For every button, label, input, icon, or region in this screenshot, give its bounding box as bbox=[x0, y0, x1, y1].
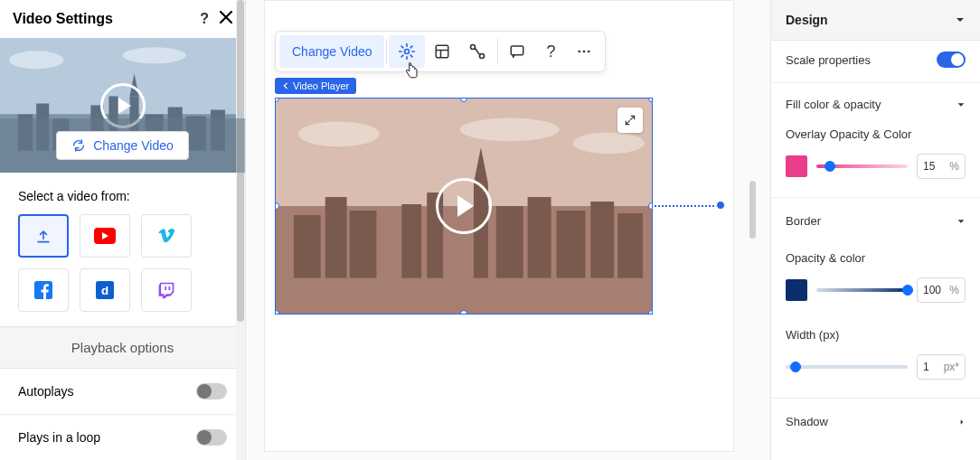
scale-properties-label: Scale properties bbox=[786, 53, 871, 67]
loop-row: Plays in a loop bbox=[0, 415, 245, 460]
cursor-pointer-icon bbox=[403, 61, 419, 85]
canvas-play-icon[interactable] bbox=[436, 178, 492, 234]
border-section-label: Border bbox=[786, 214, 821, 228]
border-control-row: 100 % bbox=[771, 270, 980, 317]
scale-properties-row: Scale properties bbox=[771, 41, 980, 79]
toolbar-animation-button[interactable] bbox=[459, 35, 495, 68]
shadow-section-row[interactable]: Shadow bbox=[771, 402, 980, 441]
design-panel: Design Scale properties Fill color & opa… bbox=[770, 0, 980, 460]
svg-rect-44 bbox=[496, 206, 523, 278]
percent-unit: % bbox=[949, 160, 959, 173]
playback-options-header: Playback options bbox=[0, 326, 245, 369]
fill-color-label: Fill color & opacity bbox=[786, 98, 881, 111]
svg-rect-47 bbox=[590, 202, 614, 278]
svg-point-22 bbox=[405, 50, 410, 54]
close-icon[interactable] bbox=[220, 11, 232, 27]
expand-icon bbox=[624, 114, 636, 127]
panel-title: Video Settings bbox=[13, 11, 113, 27]
snap-anchor[interactable] bbox=[716, 201, 725, 210]
overlay-color-swatch[interactable] bbox=[786, 155, 807, 177]
svg-rect-21 bbox=[169, 286, 171, 290]
overlay-opacity-slider[interactable] bbox=[816, 164, 908, 168]
source-grid: d bbox=[0, 214, 245, 326]
svg-point-3 bbox=[123, 47, 186, 63]
svg-point-34 bbox=[298, 121, 380, 146]
upload-icon bbox=[34, 227, 52, 245]
percent-unit: % bbox=[949, 284, 959, 296]
video-thumbnail[interactable]: Change Video bbox=[0, 38, 245, 173]
source-youtube[interactable] bbox=[80, 214, 130, 258]
autoplay-toggle[interactable] bbox=[196, 383, 227, 399]
panel-header: Video Settings ? bbox=[0, 0, 245, 38]
svg-rect-48 bbox=[617, 213, 643, 278]
scale-properties-toggle[interactable] bbox=[937, 52, 966, 68]
loop-toggle[interactable] bbox=[196, 429, 227, 446]
comment-icon bbox=[509, 43, 525, 60]
source-dailymotion[interactable]: d bbox=[80, 268, 130, 312]
source-twitch[interactable] bbox=[141, 268, 192, 312]
canvas[interactable]: Change Video ? Video Player bbox=[246, 0, 770, 460]
source-facebook[interactable] bbox=[18, 268, 69, 312]
change-video-button[interactable]: Change Video bbox=[56, 131, 188, 160]
width-input[interactable]: 1 px* bbox=[917, 354, 966, 380]
selection-handle[interactable] bbox=[648, 98, 653, 102]
element-tag[interactable]: Video Player bbox=[275, 78, 356, 94]
svg-rect-39 bbox=[350, 211, 377, 278]
selection-handle[interactable] bbox=[460, 310, 467, 314]
overlay-opacity-value: 15 bbox=[923, 160, 935, 173]
width-unit: px* bbox=[944, 361, 959, 373]
svg-text:d: d bbox=[101, 284, 108, 297]
chevron-down-icon bbox=[955, 14, 966, 25]
animation-icon bbox=[468, 42, 486, 61]
dailymotion-icon: d bbox=[96, 281, 114, 299]
border-opacity-slider[interactable] bbox=[816, 288, 908, 292]
canvas-scrollbar[interactable] bbox=[749, 181, 756, 239]
video-settings-panel: Video Settings ? bbox=[0, 0, 246, 460]
svg-rect-23 bbox=[437, 45, 449, 58]
chevron-right-icon bbox=[958, 418, 966, 427]
overlay-opacity-label: Overlay Opacity & Color bbox=[786, 127, 911, 141]
border-section-row[interactable]: Border bbox=[771, 202, 980, 240]
selection-handle[interactable] bbox=[648, 202, 653, 210]
loop-label: Plays in a loop bbox=[18, 430, 100, 445]
change-video-label: Change Video bbox=[93, 138, 173, 153]
width-slider[interactable] bbox=[786, 365, 908, 369]
selection-handle[interactable] bbox=[648, 310, 653, 314]
shadow-section-label: Shadow bbox=[786, 415, 828, 428]
width-control-row: 1 px* bbox=[771, 347, 980, 394]
youtube-icon bbox=[94, 228, 116, 244]
selected-video-element[interactable] bbox=[275, 98, 653, 314]
vimeo-icon bbox=[156, 227, 176, 245]
svg-point-2 bbox=[9, 51, 63, 69]
svg-rect-38 bbox=[325, 197, 347, 278]
design-header[interactable]: Design bbox=[771, 0, 980, 41]
svg-point-35 bbox=[460, 117, 559, 141]
more-icon bbox=[576, 43, 592, 60]
toolbar-help-button[interactable]: ? bbox=[534, 35, 567, 68]
width-label: Width (px) bbox=[786, 328, 839, 342]
toolbar-comment-button[interactable] bbox=[500, 35, 534, 68]
select-source-label: Select a video from: bbox=[0, 173, 245, 214]
source-vimeo[interactable] bbox=[141, 214, 192, 258]
width-value: 1 bbox=[923, 361, 929, 373]
left-panel-scrollbar[interactable] bbox=[236, 0, 245, 460]
svg-rect-37 bbox=[294, 215, 321, 278]
fullscreen-button[interactable] bbox=[617, 108, 643, 133]
toolbar-more-button[interactable] bbox=[567, 35, 601, 68]
source-upload[interactable] bbox=[18, 214, 69, 258]
toolbar-layout-button[interactable] bbox=[425, 35, 459, 68]
overlay-opacity-label-row: Overlay Opacity & Color bbox=[771, 117, 980, 146]
fill-color-row[interactable]: Fill color & opacity bbox=[771, 87, 980, 117]
border-color-swatch[interactable] bbox=[786, 279, 807, 301]
facebook-icon bbox=[34, 281, 52, 299]
gear-icon bbox=[398, 42, 416, 61]
selection-handle[interactable] bbox=[275, 310, 279, 314]
chevron-left-icon bbox=[282, 82, 289, 89]
opacity-color-label: Opacity & color bbox=[786, 251, 865, 265]
help-icon[interactable]: ? bbox=[200, 11, 209, 27]
toolbar-change-video-button[interactable]: Change Video bbox=[279, 35, 384, 68]
svg-rect-46 bbox=[557, 211, 586, 278]
border-opacity-input[interactable]: 100 % bbox=[917, 277, 966, 303]
svg-point-29 bbox=[579, 51, 581, 53]
overlay-opacity-input[interactable]: 15 % bbox=[917, 154, 966, 179]
